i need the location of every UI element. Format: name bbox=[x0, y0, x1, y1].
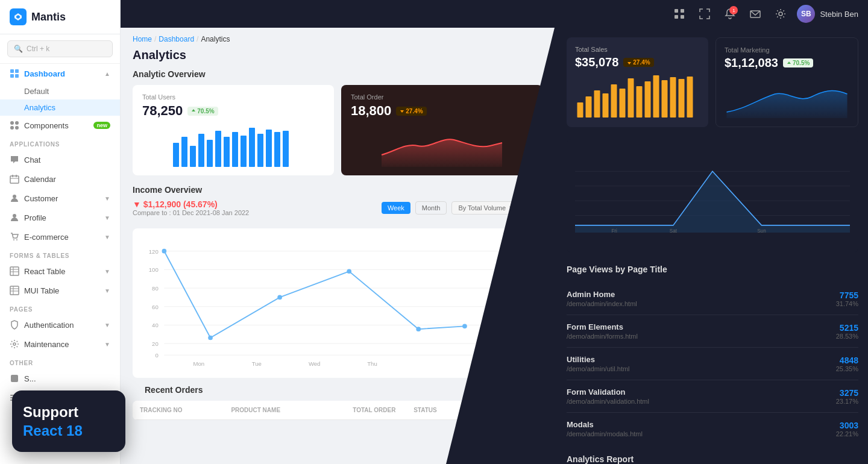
sample-icon bbox=[10, 374, 19, 383]
avatar: SB bbox=[797, 5, 815, 23]
user-info[interactable]: SB Stebin Ben bbox=[797, 5, 858, 23]
sidebar-item-sample[interactable]: S... bbox=[0, 369, 120, 388]
settings-icon[interactable] bbox=[772, 5, 790, 23]
week-button[interactable]: Week bbox=[382, 202, 410, 214]
svg-rect-85 bbox=[662, 80, 668, 118]
col-status: STATUS bbox=[414, 407, 474, 413]
sample-label: S... bbox=[24, 374, 36, 383]
app-name: Mantis bbox=[31, 11, 66, 24]
sidebar-item-ecommerce[interactable]: E-commerce ▼ bbox=[0, 227, 120, 246]
income-section-title: Income Overview bbox=[133, 185, 542, 199]
svg-rect-79 bbox=[611, 84, 617, 118]
section-label-applications: Applications bbox=[0, 135, 120, 150]
mail-icon[interactable] bbox=[746, 5, 764, 23]
dark-income-chart: Fri Sat Sun bbox=[567, 139, 858, 252]
svg-point-74 bbox=[462, 324, 467, 329]
pv-title-2: Form Elements bbox=[567, 322, 638, 331]
dark-sales-value: $35,078 bbox=[575, 55, 618, 69]
svg-rect-76 bbox=[586, 96, 592, 118]
support-popup[interactable]: Support React 18 bbox=[12, 390, 125, 452]
sidebar-item-analytics[interactable]: Analytics bbox=[0, 99, 120, 116]
apps-icon[interactable] bbox=[670, 5, 688, 23]
profile-chevron: ▼ bbox=[104, 215, 110, 221]
breadcrumb-dashboard[interactable]: Dashboard bbox=[159, 35, 194, 43]
svg-point-70 bbox=[208, 336, 213, 340]
sidebar-item-components[interactable]: Components new bbox=[0, 116, 120, 135]
sidebar-item-react-table[interactable]: React Table ▼ bbox=[0, 262, 120, 281]
stat-label-users: Total Users bbox=[142, 93, 324, 101]
dark-sales-label: Total Sales bbox=[575, 46, 700, 53]
sidebar-item-customer[interactable]: Customer ▼ bbox=[0, 189, 120, 208]
mui-table-label: MUI Table bbox=[24, 286, 59, 295]
sidebar-item-mui-table[interactable]: MUI Table ▼ bbox=[0, 281, 120, 300]
sidebar-item-calendar[interactable]: Calendar bbox=[0, 169, 120, 189]
breadcrumb-current: Analytics bbox=[201, 35, 230, 43]
svg-rect-86 bbox=[670, 77, 676, 118]
sidebar-item-profile[interactable]: Profile ▼ bbox=[0, 208, 120, 227]
support-line2: React 18 bbox=[23, 421, 115, 440]
notification-badge: 1 bbox=[729, 6, 738, 14]
search-bar[interactable]: 🔍 Ctrl + k bbox=[0, 34, 120, 64]
svg-rect-81 bbox=[628, 78, 634, 118]
svg-rect-5 bbox=[15, 74, 19, 78]
stat-card-orders: Total Order 18,800 27.4% bbox=[341, 85, 542, 175]
section-label-forms: Forms & Tables bbox=[0, 246, 120, 262]
svg-text:0: 0 bbox=[155, 352, 158, 359]
month-button[interactable]: Month bbox=[415, 201, 447, 215]
pv-pct-5: 22.21% bbox=[836, 430, 858, 437]
svg-text:80: 80 bbox=[152, 285, 159, 292]
page-view-item-2: Form Elements /demo/admin/forms.html 521… bbox=[567, 315, 858, 348]
sidebar-item-dashboard[interactable]: Dashboard ▲ bbox=[0, 64, 120, 83]
user-name: Stebin Ben bbox=[820, 10, 858, 19]
maintenance-chevron: ▼ bbox=[104, 341, 110, 348]
fullscreen-icon[interactable] bbox=[696, 5, 714, 23]
stat-value-orders: 18,800 bbox=[351, 103, 391, 119]
svg-point-6 bbox=[10, 121, 14, 125]
analytics-report-title: Analytics Report bbox=[567, 454, 858, 464]
search-placeholder: Ctrl + k bbox=[27, 45, 49, 53]
income-section: Income Overview ▼ $1,12,900 (45.67%) Com… bbox=[121, 185, 555, 228]
search-input[interactable]: 🔍 Ctrl + k bbox=[7, 40, 113, 57]
sidebar-item-maintenance[interactable]: Maintenance ▼ bbox=[0, 334, 120, 354]
sidebar-item-default[interactable]: Default bbox=[0, 83, 120, 99]
svg-point-15 bbox=[13, 214, 16, 218]
svg-rect-33 bbox=[675, 15, 678, 19]
sidebar-item-authentication[interactable]: Authentication ▼ bbox=[0, 315, 120, 334]
orders-area-chart bbox=[351, 125, 533, 167]
svg-rect-80 bbox=[620, 89, 626, 118]
dark-stat-marketing: Total Marketing $1,12,083 70.5% bbox=[715, 37, 858, 127]
income-line-chart: 120 100 80 60 40 20 0 Mon Tue Wed Thu bbox=[133, 228, 542, 378]
svg-point-71 bbox=[277, 295, 282, 300]
table-header: TRACKING NO PRODUCT NAME TOTAL ORDER STA… bbox=[133, 401, 542, 420]
page-title: Analytics bbox=[121, 46, 555, 69]
stat-value-users: 78,250 bbox=[142, 103, 183, 119]
svg-text:20: 20 bbox=[152, 340, 159, 347]
dark-stat-sales: Total Sales $35,078 27.4% bbox=[567, 37, 708, 127]
auth-chevron: ▼ bbox=[104, 322, 110, 328]
calendar-label: Calendar bbox=[24, 175, 56, 184]
page-views-list: Admin Home /demo/admin/index.html 7755 3… bbox=[567, 283, 858, 445]
svg-rect-46 bbox=[249, 128, 255, 167]
svg-text:Sat: Sat bbox=[670, 228, 678, 234]
pv-url-4: /demo/admin/validation.html bbox=[567, 398, 649, 405]
svg-rect-83 bbox=[645, 81, 651, 118]
svg-text:120: 120 bbox=[149, 248, 159, 255]
svg-rect-77 bbox=[594, 90, 600, 118]
svg-text:40: 40 bbox=[152, 322, 159, 328]
svg-rect-84 bbox=[653, 75, 659, 118]
dark-stats-row: Total Sales $35,078 27.4% bbox=[567, 37, 858, 127]
svg-rect-10 bbox=[10, 176, 19, 183]
pv-title-4: Form Validation bbox=[567, 387, 649, 397]
logo-icon bbox=[10, 8, 27, 25]
col-tracking: TRACKING NO bbox=[140, 407, 231, 413]
breadcrumb-home[interactable]: Home bbox=[133, 35, 152, 43]
pv-title-5: Modals bbox=[567, 420, 643, 429]
notification-icon[interactable]: 1 bbox=[721, 5, 739, 23]
content: Home / Dashboard / Analytics Analytics A… bbox=[121, 28, 868, 464]
svg-point-9 bbox=[15, 126, 19, 130]
right-panel: Total Sales $35,078 27.4% bbox=[482, 28, 868, 464]
svg-point-14 bbox=[13, 195, 16, 198]
pv-url-5: /demo/admin/modals.html bbox=[567, 430, 643, 437]
svg-rect-18 bbox=[10, 267, 19, 275]
sidebar-item-chat[interactable]: Chat bbox=[0, 150, 120, 169]
